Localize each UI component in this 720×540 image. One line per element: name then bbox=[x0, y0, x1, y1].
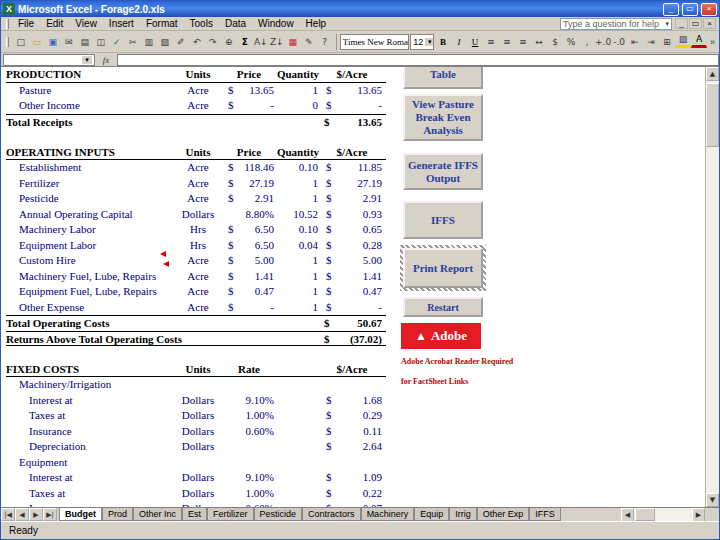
cell-currency[interactable] bbox=[222, 207, 236, 223]
cell-price[interactable]: 8.80% bbox=[236, 207, 276, 223]
paste-icon[interactable]: ▧ bbox=[157, 33, 173, 51]
cell-units[interactable]: Dollars bbox=[174, 501, 222, 507]
question-box[interactable]: Type a question for help ▾ bbox=[560, 18, 672, 30]
next-sheet-button[interactable]: ▶ bbox=[29, 508, 43, 521]
cell-quantity[interactable]: 0.10 bbox=[276, 160, 320, 176]
cell-amount[interactable]: 50.67 bbox=[340, 316, 384, 331]
scroll-left-button[interactable]: ◀ bbox=[621, 508, 634, 522]
cell-units[interactable]: Acre bbox=[174, 284, 222, 300]
cell-amount[interactable]: 13.65 bbox=[342, 83, 384, 99]
cell-currency[interactable]: $ bbox=[320, 300, 342, 316]
cell-units[interactable]: Dollars bbox=[174, 424, 222, 440]
cell-label[interactable]: Machinery Labor bbox=[6, 222, 174, 238]
cell-header[interactable]: $/Acre bbox=[320, 145, 384, 160]
cell-label[interactable]: Machinery/Irrigation bbox=[6, 377, 386, 393]
restart-button[interactable]: Restart bbox=[403, 297, 483, 317]
cell-amount[interactable]: 27.19 bbox=[342, 176, 384, 192]
cell-quantity[interactable]: 1 bbox=[276, 300, 320, 316]
cell-currency[interactable]: $ bbox=[320, 176, 342, 192]
table-button[interactable]: Table bbox=[403, 67, 483, 89]
cell-units[interactable]: Acre bbox=[174, 253, 222, 269]
cell-amount[interactable]: (37.02) bbox=[340, 332, 384, 347]
cell-units[interactable]: Acre bbox=[174, 98, 222, 114]
horizontal-scrollbar[interactable]: ◀ ▶ bbox=[621, 508, 705, 521]
cell-currency[interactable] bbox=[222, 501, 236, 507]
cell-price[interactable]: 0.60% bbox=[236, 501, 276, 507]
cell-currency[interactable] bbox=[222, 470, 236, 486]
cell-quantity[interactable]: 0 bbox=[276, 98, 320, 114]
cell-price[interactable]: - bbox=[236, 300, 276, 316]
cell-currency[interactable]: $ bbox=[320, 191, 342, 207]
cell-price[interactable]: 118.46 bbox=[236, 160, 276, 176]
cell-header[interactable]: Units bbox=[174, 145, 222, 160]
cell-header[interactable]: Rate bbox=[222, 362, 276, 377]
menu-data[interactable]: Data bbox=[219, 18, 252, 29]
cell-amount[interactable]: 0.28 bbox=[342, 238, 384, 254]
cell-label[interactable]: Total Operating Costs bbox=[6, 316, 318, 331]
cell-header[interactable]: Price bbox=[222, 67, 276, 82]
increase-decimal-icon[interactable]: +.0 bbox=[595, 33, 611, 51]
cell-currency[interactable] bbox=[222, 486, 236, 502]
email-icon[interactable]: ✉ bbox=[61, 33, 77, 51]
cell-label[interactable]: Other Income bbox=[6, 98, 174, 114]
scroll-right-button[interactable]: ▶ bbox=[692, 508, 705, 522]
menu-tools[interactable]: Tools bbox=[184, 18, 219, 29]
cell-amount[interactable]: 0.11 bbox=[342, 424, 384, 440]
cell-header[interactable]: Price bbox=[222, 145, 276, 160]
cell-header[interactable]: OPERATING INPUTS bbox=[6, 145, 174, 160]
save-icon[interactable]: ▣ bbox=[45, 33, 61, 51]
dropdown-arrow-icon[interactable]: ▾ bbox=[665, 20, 669, 28]
cell-amount[interactable]: 0.47 bbox=[342, 284, 384, 300]
cell-quantity[interactable] bbox=[276, 501, 320, 507]
menu-format[interactable]: Format bbox=[140, 18, 184, 29]
sheet-tab-iffs[interactable]: IFFS bbox=[529, 508, 561, 521]
cell-label[interactable]: Total Receipts bbox=[6, 115, 318, 130]
adobe-logo[interactable]: ▲ Adobe bbox=[401, 323, 481, 349]
align-right-icon[interactable]: ≡ bbox=[515, 33, 531, 51]
cell-price[interactable]: 13.65 bbox=[236, 83, 276, 99]
redo-icon[interactable]: ↷ bbox=[205, 33, 221, 51]
cell-label[interactable]: Interest at bbox=[6, 470, 174, 486]
sheet-tab-other-exp[interactable]: Other Exp bbox=[477, 508, 530, 521]
cell-units[interactable]: Acre bbox=[174, 160, 222, 176]
cell-header[interactable]: PRODUCTION bbox=[6, 67, 174, 82]
cell-currency[interactable]: $ bbox=[320, 253, 342, 269]
italic-icon[interactable]: I bbox=[451, 33, 467, 51]
cell-price[interactable] bbox=[236, 439, 276, 455]
scroll-up-button[interactable]: ▲ bbox=[706, 67, 719, 81]
cell-currency[interactable] bbox=[222, 439, 236, 455]
cell-amount[interactable]: 0.93 bbox=[342, 207, 384, 223]
cell-currency[interactable]: $ bbox=[222, 222, 236, 238]
cell-header[interactable]: $/Acre bbox=[320, 67, 384, 82]
cell-units[interactable]: Acre bbox=[174, 191, 222, 207]
cell-price[interactable]: 1.00% bbox=[236, 486, 276, 502]
menu-insert[interactable]: Insert bbox=[103, 18, 140, 29]
cell-price[interactable]: 6.50 bbox=[236, 238, 276, 254]
cell-currency[interactable]: $ bbox=[320, 424, 342, 440]
cell-currency[interactable]: $ bbox=[320, 222, 342, 238]
close-button[interactable]: × bbox=[701, 3, 717, 16]
horizontal-scroll-track[interactable] bbox=[634, 508, 692, 521]
cell-currency[interactable]: $ bbox=[320, 486, 342, 502]
dropdown-arrow-icon[interactable]: ▾ bbox=[82, 56, 92, 64]
print-preview-icon[interactable]: ◫ bbox=[93, 33, 109, 51]
sheet-tab-contractors[interactable]: Contractors bbox=[302, 508, 361, 521]
align-left-icon[interactable]: ≡ bbox=[483, 33, 499, 51]
sheet-tab-other-inc[interactable]: Other Inc bbox=[133, 508, 182, 521]
cell-price[interactable]: - bbox=[236, 98, 276, 114]
cell-amount[interactable]: 0.65 bbox=[342, 222, 384, 238]
comma-style-icon[interactable]: , bbox=[579, 33, 595, 51]
cell-units[interactable]: Acre bbox=[174, 83, 222, 99]
cell-amount[interactable]: 1.09 bbox=[342, 470, 384, 486]
cell-label[interactable]: Interest at bbox=[6, 393, 174, 409]
cell-currency[interactable] bbox=[222, 408, 236, 424]
cell-currency[interactable]: $ bbox=[320, 501, 342, 507]
cell-amount[interactable]: 1.41 bbox=[342, 269, 384, 285]
cell-quantity[interactable]: 1 bbox=[276, 191, 320, 207]
workbook-minimize-button[interactable]: _ bbox=[675, 18, 688, 29]
cell-amount[interactable]: 0.22 bbox=[342, 486, 384, 502]
cell-currency[interactable]: $ bbox=[320, 269, 342, 285]
cell-label[interactable]: Depreciation bbox=[6, 439, 174, 455]
name-box[interactable]: ▾ bbox=[3, 54, 95, 66]
workbook-close-button[interactable]: × bbox=[703, 18, 716, 29]
